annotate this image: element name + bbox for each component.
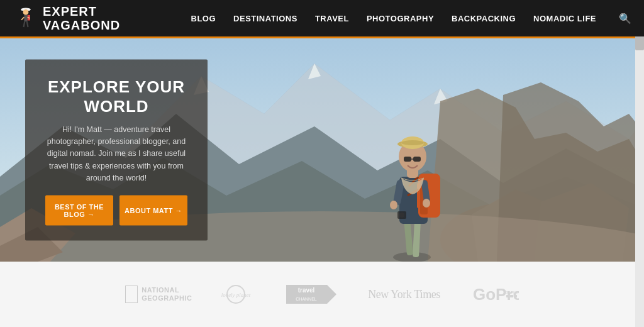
svg-rect-49 bbox=[125, 285, 138, 303]
svg-text:travel: travel bbox=[298, 287, 315, 294]
svg-rect-3 bbox=[24, 15, 27, 22]
brand-national-geographic: NATIONAL GEOGRAPHIC bbox=[125, 285, 186, 303]
svg-line-8 bbox=[27, 21, 28, 27]
scrollbar[interactable] bbox=[635, 0, 644, 327]
logo-text: EXPERT VAGABOND bbox=[43, 4, 120, 32]
logo-icon bbox=[13, 5, 39, 31]
svg-line-5 bbox=[21, 17, 24, 19]
svg-point-46 bbox=[399, 213, 404, 218]
nyt-label: New York Times bbox=[368, 288, 440, 301]
svg-rect-42 bbox=[404, 157, 411, 162]
svg-rect-58 bbox=[514, 295, 517, 297]
brand-logos-strip: NATIONAL GEOGRAPHIC lonely planet travel… bbox=[0, 262, 644, 327]
search-icon[interactable]: 🔍 bbox=[619, 13, 631, 25]
svg-line-7 bbox=[24, 21, 25, 27]
about-matt-button[interactable]: ABOUT MATT → bbox=[119, 196, 187, 226]
svg-point-41 bbox=[401, 140, 424, 145]
nav-nomadic-life[interactable]: NOMADIC LIFE bbox=[533, 14, 596, 23]
hero-buttons: BEST OF THE BLOG → ABOUT MATT → bbox=[45, 196, 187, 226]
gopro-icon: GoPro Be a HERO bbox=[472, 285, 519, 304]
svg-text:lonely planet: lonely planet bbox=[221, 292, 251, 298]
nav-travel[interactable]: TRAVEL bbox=[315, 14, 349, 23]
lonely-planet-icon: lonely planet bbox=[217, 285, 255, 304]
svg-point-35 bbox=[390, 201, 397, 209]
hero-overlay: EXPLORE YOUR WORLD Hi! I'm Matt — advent… bbox=[25, 59, 208, 241]
nat-geo-label: NATIONAL GEOGRAPHIC bbox=[142, 286, 186, 302]
svg-rect-43 bbox=[413, 157, 421, 162]
nav-photography[interactable]: PHOTOGRAPHY bbox=[367, 14, 434, 23]
header: EXPERT VAGABOND BLOG DESTINATIONS TRAVEL… bbox=[0, 0, 644, 36]
brand-gopro: GoPro Be a HERO bbox=[472, 285, 519, 304]
svg-point-36 bbox=[423, 199, 430, 208]
brand-lonely-planet: lonely planet bbox=[217, 285, 255, 304]
svg-rect-56 bbox=[506, 295, 509, 297]
best-of-blog-button[interactable]: BEST OF THE BLOG → bbox=[45, 196, 113, 226]
svg-text:GoPro: GoPro bbox=[473, 285, 519, 304]
svg-point-2 bbox=[23, 9, 29, 15]
hero-description: Hi! I'm Matt — adventure travel photogra… bbox=[45, 123, 187, 184]
hero-section: EXPLORE YOUR WORLD Hi! I'm Matt — advent… bbox=[0, 38, 644, 262]
nav-backpacking[interactable]: BACKPACKING bbox=[452, 14, 516, 23]
svg-rect-57 bbox=[510, 295, 513, 297]
nav-blog[interactable]: BLOG bbox=[191, 14, 216, 23]
brand-nyt: New York Times bbox=[368, 288, 440, 301]
hero-title: EXPLORE YOUR WORLD bbox=[45, 77, 187, 116]
nat-geo-icon bbox=[125, 285, 138, 303]
svg-text:CHANNEL: CHANNEL bbox=[296, 297, 317, 301]
brand-travel-channel: travel CHANNEL bbox=[286, 285, 336, 304]
svg-text:Be a HERO: Be a HERO bbox=[506, 291, 519, 294]
logo[interactable]: EXPERT VAGABOND bbox=[13, 4, 120, 32]
nav-destinations[interactable]: DESTINATIONS bbox=[233, 14, 297, 23]
main-nav: BLOG DESTINATIONS TRAVEL PHOTOGRAPHY BAC… bbox=[191, 13, 631, 25]
travel-channel-icon: travel CHANNEL bbox=[286, 285, 336, 304]
